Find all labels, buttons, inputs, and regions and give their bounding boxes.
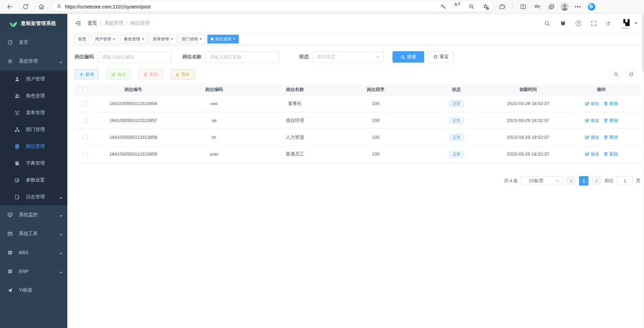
browser-home-icon[interactable] [36,2,46,12]
row-checkbox[interactable] [83,135,88,140]
table-row: 1641030593112313857 se 项目经理 100 正常 2023-… [75,112,641,129]
new-tab-collections-icon[interactable] [546,2,556,12]
tab-post-management[interactable]: 岗位管理 × [207,35,239,43]
header-search-icon[interactable] [544,20,551,27]
prev-page-button[interactable] [566,176,576,186]
extensions-icon[interactable] [497,2,507,12]
split-screen-icon[interactable] [518,2,528,12]
chevron-down-icon [376,55,379,59]
next-page-button[interactable] [592,176,601,186]
select-all-checkbox[interactable] [83,87,88,92]
edit-button[interactable]: 修改 [107,69,131,79]
chevron-down-icon [59,251,63,254]
sidebar-item-menu-management[interactable]: 菜单管理 [0,104,67,121]
row-checkbox[interactable] [83,118,88,123]
search-icon [614,72,618,77]
tab-close-icon[interactable]: × [233,37,235,41]
sidebar-item-system-tools[interactable]: 系统工具 [0,224,67,243]
browser-refresh-icon[interactable] [21,2,31,12]
post-name-input[interactable] [205,51,279,63]
edit-icon [585,152,589,156]
refresh-table-button[interactable] [626,69,637,80]
row-edit-link[interactable]: 修改 [585,134,599,140]
breadcrumb-home[interactable]: 首页 [88,20,97,26]
add-favorite-icon[interactable] [481,2,491,12]
sidebar-item-param-settings[interactable]: 参数设置 [0,172,67,189]
row-delete-link[interactable]: 删除 [604,118,618,124]
tab-role-management[interactable]: 角色管理 × [121,35,147,43]
status-select[interactable]: 岗位状态 [313,51,384,63]
post-table: 岗位编号 岗位编码 岗位名称 岗位排序 状态 创建时间 操作 164103059… [75,84,641,163]
sidebar-item-dept-management[interactable]: 部门管理 [0,121,67,138]
sidebar-item-label: BBS [19,250,28,255]
row-checkbox[interactable] [83,152,88,157]
jump-page-input[interactable] [617,176,633,186]
tags-view-bar: 首页 用户管理 × 角色管理 × 菜单管理 × 部门管理 × 岗位管理 × [67,33,644,45]
sidebar-item-yi-framework[interactable]: Yi框架 [0,281,67,300]
zoom-out-icon[interactable] [467,2,477,12]
add-button[interactable]: 新增 [75,69,99,79]
tab-close-icon[interactable]: × [200,37,202,41]
user-menu[interactable] [621,18,638,29]
gear-icon [7,59,13,64]
refresh-icon [433,55,438,59]
reset-button[interactable]: 重置 [428,51,454,63]
row-delete-link[interactable]: 删除 [604,134,618,140]
sidebar-item-post-management[interactable]: 岗位管理 [0,138,67,155]
post-code-input[interactable] [98,51,171,63]
filter-form: 岗位编码 岗位名称 状态 岗位状态 搜索 重置 [75,51,637,63]
sidebar-collapse-icon[interactable] [75,20,81,27]
show-search-toggle-button[interactable] [611,69,621,80]
fullscreen-icon[interactable] [590,20,597,27]
favorites-icon[interactable] [532,2,542,12]
search-button[interactable]: 搜索 [393,51,424,63]
browser-toolbar: https://ccnetcore.com:1101/system/post A [0,0,644,14]
tab-user-management[interactable]: 用户管理 × [92,35,118,43]
page-size-select[interactable]: 10条/页 [521,176,563,186]
tab-home[interactable]: 首页 [75,35,90,43]
export-button[interactable]: 导出 [171,69,195,79]
sidebar-item-bbs[interactable]: BBS [0,243,67,262]
row-edit-link[interactable]: 修改 [585,118,599,124]
sidebar-item-user-management[interactable]: 用户管理 [0,71,67,88]
help-icon[interactable]: ? [576,21,581,26]
row-delete-link[interactable]: 删除 [604,151,618,157]
sidebar-item-system-management[interactable]: 系统管理 [0,52,67,71]
sidebar-item-role-management[interactable]: 角色管理 [0,88,67,104]
app-header: 首页 / 系统管理 / 岗位管理 ? tT [67,14,644,33]
page-scrollbar[interactable] [642,14,644,328]
page-1-button[interactable]: 1 [579,176,588,186]
tab-close-icon[interactable]: × [113,37,115,41]
tab-close-icon[interactable]: × [171,37,173,41]
sidebar-item-dict-management[interactable]: 字典管理 [0,155,67,172]
table-header-row: 岗位编号 岗位编码 岗位名称 岗位排序 状态 创建时间 操作 [75,84,641,95]
breadcrumb: 首页 / 系统管理 / 岗位管理 [88,20,149,26]
sidebar-item-erp[interactable]: ERP [0,262,67,281]
bing-chat-icon[interactable]: b [587,2,596,11]
row-edit-link[interactable]: 修改 [585,101,599,107]
github-icon[interactable] [560,20,567,27]
tab-close-icon[interactable]: × [142,37,144,41]
tab-dept-management[interactable]: 部门管理 × [178,35,205,43]
edit-icon [111,72,115,76]
globe-icon [7,269,13,274]
address-bar[interactable]: https://ccnetcore.com:1101/system/post A [53,2,494,12]
sidebar-item-home[interactable]: 首页 [0,33,67,52]
row-delete-link[interactable]: 删除 [604,101,618,107]
font-size-icon[interactable]: tT [606,21,610,26]
browser-menu-icon[interactable] [573,2,583,12]
row-checkbox[interactable] [83,101,88,106]
sidebar-item-log-management[interactable]: 日志管理 [0,189,67,205]
edit-icon [585,101,589,106]
password-key-icon[interactable] [438,2,448,12]
url-text[interactable]: https://ccnetcore.com:1101/system/post [65,4,438,9]
sidebar-item-label: 系统管理 [19,58,38,64]
read-aloud-icon[interactable]: A [452,2,463,12]
row-edit-link[interactable]: 修改 [585,151,599,157]
delete-button[interactable]: 删除 [139,69,163,79]
sidebar-item-system-monitor[interactable]: 系统监控 [0,205,67,224]
chevron-left-icon [569,179,573,183]
browser-profile-avatar[interactable] [561,3,569,11]
browser-back-icon[interactable] [5,2,15,12]
tab-menu-management[interactable]: 菜单管理 × [149,35,176,43]
